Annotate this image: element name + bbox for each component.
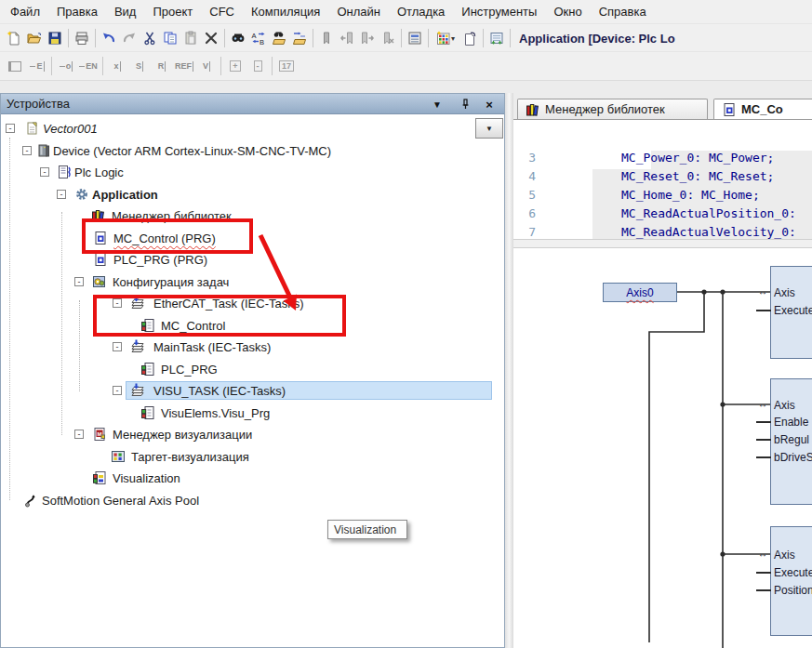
tree-item-softmotion-axis-pool[interactable]: SoftMotion General Axis Pool [1,492,504,509]
collapse-toggle[interactable]: - [113,386,122,395]
collapse-toggle[interactable]: - [113,342,122,351]
menu-view[interactable]: Вид [106,2,145,21]
tree-item-target-visualization[interactable]: Таргет-визуализация [1,448,504,466]
tree-item-maintask[interactable]: - MainTask (IEC-Tasks) [1,338,504,356]
cfc-expand-icon[interactable]: + [224,57,246,75]
delete-icon[interactable] [201,28,221,48]
menu-build[interactable]: Компиляция [243,2,328,21]
toggle-bookmark-icon[interactable] [316,28,337,48]
tree-item-visualization[interactable]: Visualization [1,469,504,487]
cfc-negate-icon[interactable]: x [106,57,128,75]
cfc-value-icon[interactable]: V [195,57,218,75]
cfc-block-3[interactable]: ↔ Axis Execute Position [770,526,812,636]
cfc-collapse-icon[interactable]: - [246,57,269,75]
cfc-output-icon[interactable]: o [55,57,77,75]
tree-item-ethercat-task[interactable]: - EtherCAT_Task (IEC-Tasks) [1,295,504,312]
tab-mc-control[interactable]: MC_Co [713,99,812,119]
cfc-block-2[interactable]: ↔ Axis Enable bRegul bDriveS [770,378,812,505]
panel-splitter[interactable] [505,93,513,648]
declaration-editor[interactable]: 3 4 5 6 7 8 MC_Power_0: MC_Power; MC_Res… [513,119,812,239]
redo-icon[interactable] [119,28,140,48]
tab-library-manager[interactable]: Менеджер библиотек [517,99,708,119]
active-application-combo[interactable]: Application [Device: Plc Lo [519,32,675,46]
visualization-manager-icon: M [92,427,107,442]
save-icon[interactable] [45,28,65,48]
menu-window[interactable]: Окно [545,2,590,21]
tree-item-task-configuration[interactable]: - Конфигурация задач [1,273,504,291]
next-bookmark-icon[interactable] [357,28,378,48]
input-pin-stub [756,439,771,441]
new-file-icon[interactable] [4,28,24,48]
visualization-styles-icon[interactable]: ▾ [432,28,459,48]
collapse-toggle[interactable]: - [74,277,84,286]
editor-tab-bar: Менеджер библиотек MC_Co [513,97,812,119]
menu-help[interactable]: Справка [591,2,655,21]
panel-menu-icon[interactable]: ▼ [429,97,446,112]
cut-icon[interactable] [140,28,160,48]
tree-item-plc-prg-call[interactable]: PLC_PRG [1,361,504,378]
tree-item-mc-control-call[interactable]: MC_Control [1,317,504,335]
tree-item-plc-logic[interactable]: - Plc Logic [1,164,504,181]
tree-item-visualization-manager[interactable]: - M Менеджер визуализации [1,426,504,443]
cfc-block-1[interactable]: ↔ Axis Execute [770,266,812,359]
collapse-toggle[interactable]: - [22,146,32,155]
tree-item-device[interactable]: - Device (Vector ARM Cortex-Linux-SM-CNC… [1,142,504,160]
open-folder-icon[interactable] [24,28,45,48]
menu-debug[interactable]: Отладка [389,2,453,21]
collapse-toggle[interactable]: - [40,167,49,177]
close-icon[interactable]: × [481,97,498,112]
tree-item-application[interactable]: - Application [1,186,504,204]
toolbar-separator [51,57,52,75]
tree-item-mc-control-prg[interactable]: MC_Control (PRG) [1,230,504,247]
tree-item-visuelems-visu-prg[interactable]: VisuElems.Visu_Prg [1,404,504,422]
menu-project[interactable]: Проект [144,2,201,21]
find-icon[interactable] [228,28,248,48]
editor-splitter[interactable] [513,239,812,248]
cfc-diagram[interactable]: Axis0 ↔ Axis Execute ↔ Axis Enable bRegu… [513,248,812,648]
clear-bookmarks-icon[interactable] [378,28,398,48]
collapse-toggle[interactable]: - [113,298,122,308]
cfc-box-en-icon[interactable]: EN [77,57,100,75]
previous-bookmark-icon[interactable] [337,28,357,48]
tree-item-label: Plc Logic [74,165,124,179]
collapse-toggle[interactable]: - [74,430,84,439]
cfc-reset-icon[interactable]: R [151,57,173,75]
menu-file[interactable]: Файл [2,2,48,21]
find-in-project-icon[interactable] [269,28,289,48]
new-object-icon[interactable] [459,28,480,48]
build-icon[interactable] [486,28,507,48]
devices-panel-header[interactable]: Устройства ▼ × [1,94,504,114]
cfc-set-icon[interactable]: S [128,57,151,75]
cfc-reference-icon[interactable]: REF [173,57,195,75]
replace-in-project-icon[interactable] [289,28,310,48]
toolbar-separator [220,57,221,75]
tree-item-vector001[interactable]: - Vector001 [1,120,504,138]
toolbar-separator [401,29,402,47]
device-tree[interactable]: ▼ - Vector001 - Device (Vector ARM Corte… [1,114,504,647]
collapse-toggle[interactable]: - [6,124,15,133]
toolbar-separator [510,29,511,47]
pin-icon[interactable] [457,97,473,112]
menu-cfc[interactable]: CFC [201,2,243,21]
copy-icon[interactable] [160,28,180,48]
properties-icon[interactable] [405,28,425,48]
print-icon[interactable] [72,28,92,48]
cfc-execution-order-icon[interactable]: 17 [275,57,298,75]
tree-item-library-manager[interactable]: Менеджер библиотек [1,207,504,225]
dropdown-arrow-icon[interactable]: ▾ [451,34,455,43]
line-number: 4 [513,169,536,183]
block-pin-label: Axis [774,399,795,412]
menu-online[interactable]: Онлайн [328,2,389,21]
block-pin-label: Execute [774,304,812,317]
menu-edit[interactable]: Правка [48,2,106,21]
tree-item-visu-task[interactable]: - VISU_TASK (IEC-Tasks) [1,382,504,400]
undo-icon[interactable] [99,28,119,48]
menu-tools[interactable]: Инструменты [453,2,545,21]
cfc-input-icon[interactable]: E [26,57,48,75]
axis0-input-box[interactable]: Axis0 [603,283,677,302]
cfc-box-icon[interactable] [4,57,26,75]
replace-icon[interactable]: AB [248,28,269,48]
tree-item-plc-prg[interactable]: PLC_PRG (PRG) [1,251,504,269]
paste-icon[interactable] [180,28,201,48]
collapse-toggle[interactable]: - [57,190,66,199]
